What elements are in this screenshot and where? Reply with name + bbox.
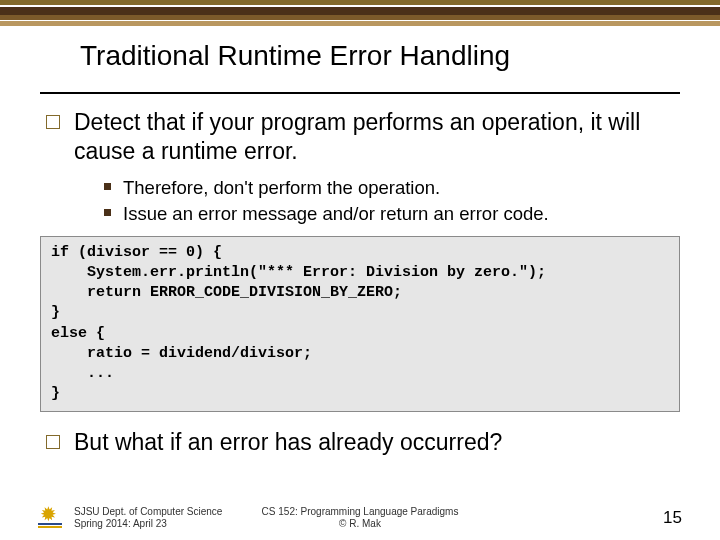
footer-copyright: © R. Mak xyxy=(262,518,459,530)
page-number: 15 xyxy=(663,508,682,528)
bullet-level1: Detect that if your program performs an … xyxy=(40,108,680,166)
slide: Traditional Runtime Error Handling Detec… xyxy=(0,0,720,540)
decorative-top-bars xyxy=(0,0,720,26)
bullet-text: But what if an error has already occurre… xyxy=(74,428,502,457)
subbullet-text: Therefore, don't perform the operation. xyxy=(123,176,440,200)
subbullet-text: Issue an error message and/or return an … xyxy=(123,202,549,226)
solid-square-bullet-icon xyxy=(104,183,111,190)
bar-dark xyxy=(0,7,720,15)
footer-left: SJSU Dept. of Computer Science Spring 20… xyxy=(74,506,222,530)
slide-title: Traditional Runtime Error Handling xyxy=(80,40,660,72)
subbullet-group: Therefore, don't perform the operation. … xyxy=(100,176,680,226)
code-block: if (divisor == 0) { System.err.println("… xyxy=(40,236,680,412)
title-area: Traditional Runtime Error Handling xyxy=(0,26,720,82)
footer-date: Spring 2014: April 23 xyxy=(74,518,222,530)
footer-course: CS 152: Programming Language Paradigms xyxy=(262,506,459,518)
content-area-2: But what if an error has already occurre… xyxy=(0,422,720,457)
bar-tan xyxy=(0,21,720,26)
sjsu-logo-icon xyxy=(38,506,62,528)
bullet-level2: Therefore, don't perform the operation. xyxy=(100,176,680,200)
footer: SJSU Dept. of Computer Science Spring 20… xyxy=(0,506,720,530)
footer-dept: SJSU Dept. of Computer Science xyxy=(74,506,222,518)
footer-center: CS 152: Programming Language Paradigms ©… xyxy=(262,506,459,530)
content-area: Detect that if your program performs an … xyxy=(0,94,720,226)
hollow-square-bullet-icon xyxy=(46,435,60,449)
hollow-square-bullet-icon xyxy=(46,115,60,129)
bullet-level2: Issue an error message and/or return an … xyxy=(100,202,680,226)
solid-square-bullet-icon xyxy=(104,209,111,216)
bullet-text: Detect that if your program performs an … xyxy=(74,108,680,166)
bullet-level1: But what if an error has already occurre… xyxy=(40,428,680,457)
